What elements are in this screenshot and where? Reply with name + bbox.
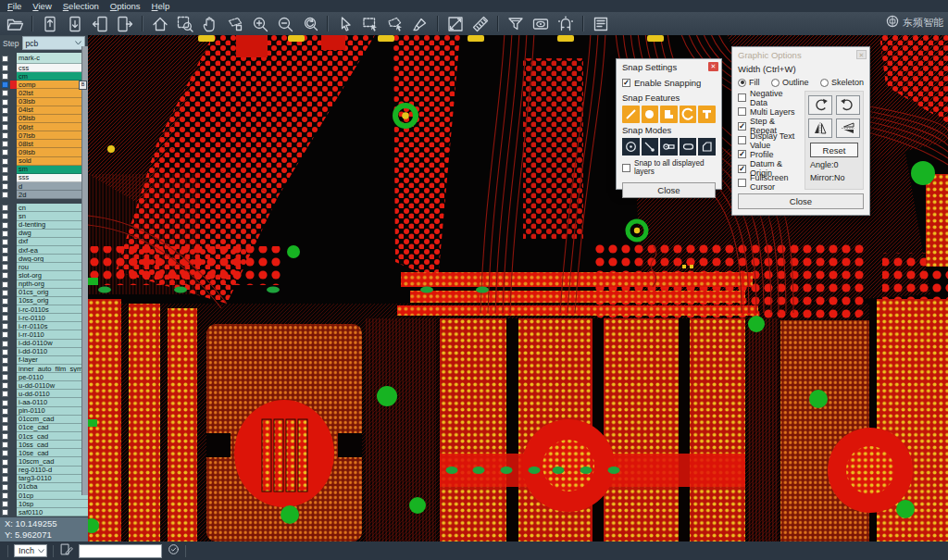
layer-row-i-aa-0110[interactable]: i-aa-0110 bbox=[0, 398, 88, 406]
snap-feature-line-button[interactable] bbox=[622, 106, 640, 123]
export-file-icon[interactable] bbox=[63, 13, 87, 34]
layer-row-saf0110[interactable]: saf0110 bbox=[0, 508, 88, 516]
layer-row-01cs_cad[interactable]: 01cs_cad bbox=[0, 432, 88, 441]
radio-icon[interactable] bbox=[738, 79, 746, 87]
layer-visibility-checkbox[interactable] bbox=[2, 459, 8, 466]
layer-row-i-dd-0110w[interactable]: i-dd-0110w bbox=[0, 340, 88, 348]
layer-row-comp[interactable]: compB bbox=[0, 81, 88, 89]
snap-feature-pad-button[interactable] bbox=[642, 106, 659, 123]
layer-row-mark-c[interactable]: mark-c bbox=[0, 53, 88, 64]
close-icon[interactable]: ✕ bbox=[856, 50, 867, 59]
rotate-cw-button[interactable] bbox=[808, 95, 832, 115]
layer-row-i-dd-0110[interactable]: i-dd-0110 bbox=[0, 348, 88, 356]
graphic-dialog-titlebar[interactable]: Graphic Options ✕ bbox=[732, 47, 869, 61]
layer-row-cn[interactable]: cn bbox=[0, 204, 88, 212]
layer-row-10ss_orig[interactable]: 10ss_orig bbox=[0, 297, 88, 305]
layer-row-10sp[interactable]: 10sp bbox=[0, 500, 88, 508]
select-polygon-icon[interactable] bbox=[383, 13, 407, 34]
open-file-icon[interactable] bbox=[3, 13, 27, 34]
layer-visibility-checkbox[interactable] bbox=[2, 255, 8, 262]
menu-view[interactable]: View bbox=[29, 1, 58, 11]
load-next-icon[interactable] bbox=[113, 13, 137, 34]
layer-visibility-checkbox[interactable] bbox=[2, 433, 8, 440]
measure-ruler-icon[interactable] bbox=[468, 13, 493, 34]
graphic-option-negative-data[interactable]: Negative Data bbox=[738, 91, 801, 105]
graphic-option-fullscreen-cursor[interactable]: Fullscreen Cursor bbox=[738, 176, 801, 190]
layer-row-pin-0110[interactable]: pin-0110 bbox=[0, 407, 88, 416]
layer-visibility-checkbox[interactable] bbox=[2, 349, 8, 355]
layer-visibility-checkbox[interactable] bbox=[2, 167, 8, 173]
layer-row-targ3-0110[interactable]: targ3-0110 bbox=[0, 475, 88, 483]
layer-visibility-checkbox[interactable] bbox=[2, 341, 8, 347]
layer-row-u-dd-0110w[interactable]: u-dd-0110w bbox=[0, 381, 88, 390]
snap-mode-nearest-button[interactable] bbox=[642, 138, 659, 156]
layer-visibility-checkbox[interactable] bbox=[2, 90, 8, 96]
snap-feature-surface-button[interactable] bbox=[660, 106, 678, 123]
zoom-out-icon[interactable] bbox=[273, 13, 297, 34]
graphic-option-display-text-value[interactable]: Display Text Value bbox=[738, 133, 801, 147]
snap-dialog-titlebar[interactable]: Snap Settings ✕ bbox=[617, 59, 721, 73]
layer-visibility-checkbox[interactable] bbox=[2, 264, 8, 270]
layer-row-01cba[interactable]: 01cba bbox=[0, 483, 88, 492]
layer-row-10scm_cad[interactable]: 10scm_cad bbox=[0, 457, 88, 466]
layer-row-d[interactable]: d bbox=[0, 182, 88, 191]
snap-feature-text-button[interactable] bbox=[698, 106, 716, 123]
layer-visibility-checkbox[interactable] bbox=[2, 132, 8, 139]
layer-visibility-checkbox[interactable] bbox=[2, 247, 8, 254]
layer-row-pe-0110[interactable]: pe-0110 bbox=[0, 373, 88, 381]
layer-row-01cs_orig[interactable]: 01cs_orig bbox=[0, 289, 88, 297]
layer-visibility-checkbox[interactable] bbox=[2, 149, 8, 156]
select-icon[interactable] bbox=[333, 13, 357, 34]
snap-close-button[interactable]: Close bbox=[622, 182, 716, 198]
step-select[interactable]: pcb bbox=[22, 36, 86, 50]
layer-visibility-checkbox[interactable] bbox=[2, 374, 8, 380]
layer-visibility-checkbox[interactable] bbox=[2, 382, 8, 389]
layer-row-07lsb[interactable]: 07lsb bbox=[0, 131, 88, 140]
layer-visibility-checkbox[interactable] bbox=[2, 124, 8, 131]
snap-mode-center-button[interactable] bbox=[622, 138, 640, 156]
layer-visibility-checkbox[interactable] bbox=[2, 391, 8, 397]
layer-visibility-checkbox[interactable] bbox=[2, 65, 8, 71]
width-radio-fill[interactable]: Fill bbox=[738, 78, 760, 87]
layer-row-dxf[interactable]: dxf bbox=[0, 238, 88, 246]
layer-visibility-checkbox[interactable] bbox=[2, 366, 8, 372]
snap-mode-corner-button[interactable] bbox=[698, 138, 716, 156]
graphic-close-button[interactable]: Close bbox=[738, 193, 864, 209]
measure-distance-icon[interactable] bbox=[443, 13, 468, 34]
pan-icon[interactable] bbox=[198, 13, 222, 34]
layer-visibility-checkbox[interactable] bbox=[2, 107, 8, 114]
layer-visibility-checkbox[interactable] bbox=[2, 222, 8, 229]
layer-visibility-checkbox[interactable] bbox=[2, 116, 8, 122]
command-input[interactable] bbox=[79, 544, 162, 558]
snap-mode-entry-button[interactable] bbox=[660, 138, 678, 156]
snap-all-layers-row[interactable]: Snap to all displayed layers bbox=[622, 159, 716, 176]
layer-row-10se_cad[interactable]: 10se_cad bbox=[0, 449, 88, 457]
menu-selection[interactable]: Selection bbox=[59, 1, 106, 11]
layer-visibility-checkbox[interactable] bbox=[2, 56, 8, 62]
layer-row-10ss_cad[interactable]: 10ss_cad bbox=[0, 441, 88, 449]
layer-row-npth-org[interactable]: npth-org bbox=[0, 280, 88, 289]
layer-visibility-checkbox[interactable] bbox=[2, 492, 8, 499]
layer-visibility-checkbox[interactable] bbox=[2, 417, 8, 423]
menu-options[interactable]: Options bbox=[106, 1, 148, 11]
layer-row-d-tenting[interactable]: d-tenting bbox=[0, 221, 88, 230]
layer-visibility-checkbox[interactable] bbox=[2, 408, 8, 415]
layer-visibility-checkbox[interactable] bbox=[2, 272, 8, 279]
layer-visibility-checkbox[interactable] bbox=[2, 281, 8, 288]
layer-visibility-checkbox[interactable] bbox=[2, 331, 8, 338]
layer-visibility-checkbox[interactable] bbox=[2, 158, 8, 165]
layer-row-sm[interactable]: sm bbox=[0, 166, 88, 174]
checkbox-icon[interactable] bbox=[738, 136, 746, 144]
mirror-horizontal-button[interactable] bbox=[808, 118, 832, 138]
load-previous-icon[interactable] bbox=[88, 13, 112, 34]
snap-all-layers-checkbox[interactable] bbox=[622, 164, 630, 172]
layer-row-04lst[interactable]: 04lst bbox=[0, 106, 88, 115]
layer-visibility-checkbox[interactable] bbox=[2, 192, 8, 198]
layer-row-2d[interactable]: 2d bbox=[0, 191, 88, 199]
layer-visibility-checkbox[interactable] bbox=[2, 298, 8, 305]
enable-snapping-row[interactable]: Enable Snapping bbox=[622, 78, 716, 88]
layer-row-sn[interactable]: sn bbox=[0, 212, 88, 220]
layer-row-css[interactable]: css bbox=[0, 64, 88, 72]
checkbox-icon[interactable] bbox=[738, 122, 746, 131]
zoom-previous-icon[interactable] bbox=[298, 13, 322, 34]
